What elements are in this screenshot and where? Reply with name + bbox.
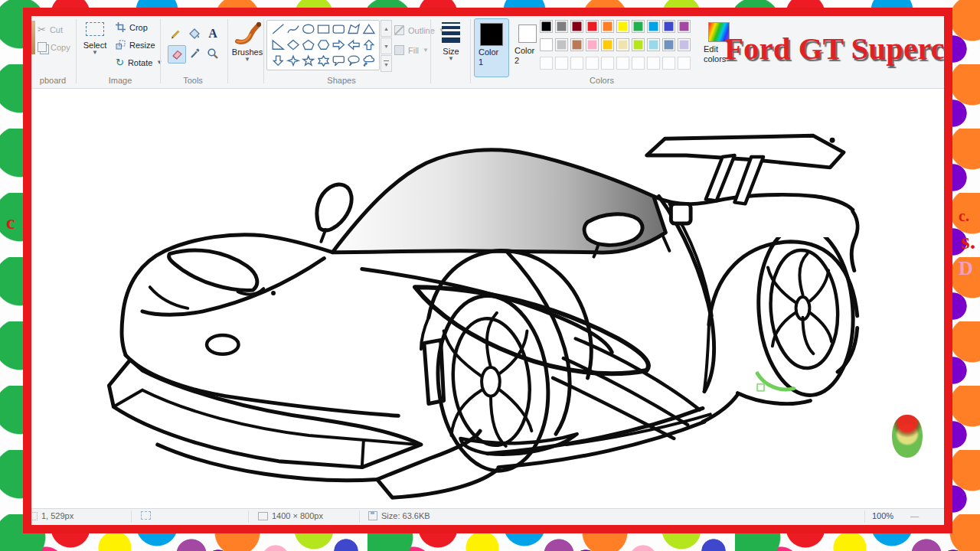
shape-line[interactable]	[273, 24, 283, 34]
shape-rounded-rectangle[interactable]	[333, 25, 344, 33]
palette-swatch-#ed1c24[interactable]	[586, 20, 599, 33]
palette-swatch-empty[interactable]	[601, 57, 614, 70]
paint-canvas[interactable]	[31, 89, 944, 509]
shape-six-point-star[interactable]	[318, 56, 328, 66]
minus-icon: —	[910, 511, 919, 520]
shape-pentagon[interactable]	[303, 40, 314, 49]
shape-rectangle[interactable]	[318, 25, 328, 33]
shape-four-point-star[interactable]	[288, 56, 299, 65]
image-group-label: Image	[90, 76, 151, 85]
border-letter: c	[6, 213, 15, 233]
crop-label: Crop	[129, 23, 148, 32]
palette-swatch-empty[interactable]	[586, 57, 599, 70]
palette-swatch-empty[interactable]	[632, 57, 645, 70]
resize-button[interactable]: Resize	[116, 40, 155, 50]
shapes-expand[interactable]: ▼	[381, 55, 392, 72]
shape-arrow-right[interactable]	[333, 41, 344, 49]
palette-swatch-#ffffff[interactable]	[540, 38, 553, 51]
tool-pencil[interactable]	[168, 25, 185, 42]
color2-swatch	[518, 24, 537, 43]
tools-group-label: Tools	[160, 76, 226, 85]
zoom-out-button[interactable]: —	[910, 511, 919, 520]
palette-swatch-empty[interactable]	[570, 57, 583, 70]
palette-swatch-#880015[interactable]	[570, 20, 583, 33]
color2-label: Color 2	[514, 46, 541, 66]
palette-swatch-#a349a4[interactable]	[678, 20, 691, 33]
shapes-group-label: Shapes	[307, 76, 376, 85]
select-button[interactable]: Select ▼	[79, 22, 111, 56]
palette-swatch-#ffc90e[interactable]	[601, 38, 614, 51]
shape-triangle[interactable]	[364, 24, 374, 33]
color1-button[interactable]: Color 1	[474, 18, 509, 77]
palette-swatch-#ffaec9[interactable]	[586, 38, 599, 51]
palette-swatch-empty[interactable]	[647, 57, 660, 70]
palette-swatch-#7092be[interactable]	[662, 38, 675, 51]
shape-arrow-down[interactable]	[273, 56, 283, 65]
shape-rounded-callout[interactable]	[333, 57, 344, 66]
palette-swatch-empty[interactable]	[662, 57, 675, 70]
shape-oval-callout[interactable]	[348, 56, 359, 66]
shapes-scroll-up[interactable]: ▲	[381, 20, 392, 37]
shape-diamond[interactable]	[288, 40, 299, 49]
crop-icon	[116, 22, 126, 32]
shape-hexagon[interactable]	[318, 41, 328, 49]
size-button[interactable]: Size ▼	[435, 22, 467, 62]
shape-polygon[interactable]	[348, 24, 359, 33]
canvas-size: 1400 × 800px	[258, 511, 323, 520]
palette-swatch-empty[interactable]	[555, 57, 568, 70]
fill-button[interactable]: Fill ▼	[394, 45, 429, 55]
rotate-button[interactable]: ↻ Rotate ▼	[116, 57, 162, 67]
shape-right-triangle[interactable]	[273, 41, 283, 49]
palette-swatch-#7f7f7f[interactable]	[555, 20, 568, 33]
rotate-label: Rotate	[128, 58, 152, 67]
palette-swatch-#00a2e8[interactable]	[647, 20, 660, 33]
shape-oval[interactable]	[303, 24, 314, 33]
palette-swatch-#000000[interactable]	[540, 20, 553, 33]
tool-magnifier[interactable]	[204, 45, 221, 62]
rotate-icon: ↻	[116, 57, 124, 67]
status-bar: 1, 529px 1400 × 800px Size: 63.6KB 100% …	[31, 508, 944, 525]
palette-swatch-empty[interactable]	[616, 57, 629, 70]
paint-window-frame: ✂ Cut Copy pboard Select ▼ Crop Resize ↻…	[23, 8, 952, 533]
shape-five-point-star[interactable]	[303, 56, 314, 65]
palette-swatch-#c3c3c3[interactable]	[555, 38, 568, 51]
palette-swatch-#b5e61d[interactable]	[632, 38, 645, 51]
clipboard-group-label: pboard	[31, 76, 74, 85]
chevron-down-icon: ▼	[423, 47, 429, 54]
shape-cloud-callout[interactable]	[364, 56, 374, 66]
tool-fill-with-color[interactable]	[186, 25, 203, 42]
palette-swatch-#3f48cc[interactable]	[662, 20, 675, 33]
shape-arrow-up[interactable]	[364, 40, 374, 49]
cut-button[interactable]: ✂ Cut	[38, 24, 63, 35]
palette-swatch-#b97a57[interactable]	[570, 38, 583, 51]
palette-swatch-#c8bfe7[interactable]	[678, 38, 691, 51]
palette-swatch-#99d9ea[interactable]	[647, 38, 660, 51]
zoom-level: 100%	[872, 511, 893, 520]
tool-eraser[interactable]	[168, 45, 186, 64]
outline-icon	[394, 25, 404, 35]
tool-text[interactable]: A	[204, 25, 221, 42]
chevron-down-icon: ▼	[92, 50, 98, 56]
line-size-icon	[442, 22, 460, 43]
palette-swatch-#efe4b0[interactable]	[616, 38, 629, 51]
selection-size	[141, 511, 151, 520]
tool-color-picker[interactable]	[186, 45, 203, 62]
palette-swatch-empty[interactable]	[540, 57, 553, 70]
palette-swatch-#ff7f27[interactable]	[601, 20, 614, 33]
crop-button[interactable]: Crop	[116, 22, 148, 32]
paint-bucket-icon	[188, 28, 201, 40]
shape-curve[interactable]	[288, 26, 299, 33]
color1-swatch	[480, 23, 503, 46]
color2-button[interactable]: Color 2	[512, 18, 543, 76]
selection-size-icon	[141, 511, 151, 520]
palette-swatch-#22b14c[interactable]	[632, 20, 645, 33]
resize-icon	[116, 40, 126, 50]
ford-gt-drawing	[31, 89, 944, 509]
shape-arrow-left[interactable]	[348, 41, 359, 49]
palette-swatch-#fff200[interactable]	[616, 20, 629, 33]
copy-button[interactable]: Copy	[38, 42, 70, 52]
palette-swatch-empty[interactable]	[678, 57, 691, 70]
brushes-button[interactable]: Brushes ▼	[230, 21, 264, 63]
paste-button-clipped[interactable]	[31, 21, 35, 54]
shapes-scroll-down[interactable]: ▼	[381, 37, 392, 54]
